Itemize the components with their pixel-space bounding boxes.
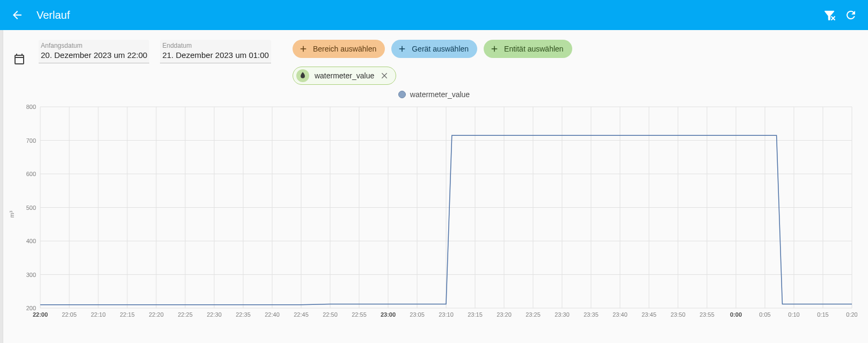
arrow-left-icon: [11, 9, 24, 21]
svg-text:300: 300: [26, 272, 36, 278]
plus-icon: [489, 43, 500, 54]
choose-device-chip[interactable]: Gerät auswählen: [391, 40, 477, 58]
svg-text:22:10: 22:10: [91, 311, 106, 318]
choose-entity-label: Entität auswählen: [504, 45, 564, 53]
remove-entity-button[interactable]: [380, 70, 390, 81]
chart-container: m³ 20030040050060070080022:0022:0522:102…: [11, 104, 857, 324]
start-date-field[interactable]: Anfangsdatum 20. Dezember 2023 um 22:00: [39, 40, 149, 63]
filter-remove-icon: [823, 9, 836, 21]
svg-text:23:10: 23:10: [439, 311, 454, 318]
svg-text:0:15: 0:15: [817, 311, 828, 318]
svg-text:22:15: 22:15: [120, 311, 135, 318]
svg-text:23:35: 23:35: [583, 311, 599, 318]
start-date-label: Anfangsdatum: [41, 42, 147, 49]
end-date-field[interactable]: Enddatum 21. Dezember 2023 um 01:00: [160, 40, 271, 63]
choose-area-label: Bereich auswählen: [313, 45, 376, 53]
svg-text:22:20: 22:20: [149, 311, 164, 318]
refresh-icon: [844, 9, 857, 21]
legend-swatch: [398, 91, 406, 98]
plus-icon: [397, 43, 407, 54]
selected-entity-name: watermeter_value: [315, 71, 374, 80]
svg-text:22:25: 22:25: [178, 311, 193, 318]
calendar-button[interactable]: [11, 50, 28, 68]
close-icon: [381, 71, 389, 80]
selected-entity-chip[interactable]: watermeter_value: [293, 67, 396, 85]
svg-text:200: 200: [26, 305, 36, 311]
refresh-button[interactable]: [840, 4, 862, 26]
calendar-icon: [13, 53, 26, 65]
filter-row: Anfangsdatum 20. Dezember 2023 um 22:00 …: [0, 30, 868, 85]
history-chart[interactable]: 20030040050060070080022:0022:0522:1022:1…: [11, 104, 857, 324]
svg-text:22:00: 22:00: [33, 311, 48, 318]
svg-text:700: 700: [26, 137, 36, 144]
plus-icon: [298, 43, 309, 54]
svg-text:22:35: 22:35: [236, 311, 251, 318]
svg-text:23:00: 23:00: [381, 311, 396, 318]
svg-text:0:10: 0:10: [788, 311, 799, 318]
svg-text:600: 600: [26, 171, 36, 177]
svg-text:23:50: 23:50: [670, 311, 685, 318]
svg-text:22:50: 22:50: [323, 311, 338, 318]
svg-text:22:05: 22:05: [62, 311, 77, 318]
svg-text:22:40: 22:40: [265, 311, 280, 318]
filter-remove-button[interactable]: [819, 4, 840, 26]
end-date-label: Enddatum: [162, 42, 268, 49]
svg-text:23:05: 23:05: [410, 311, 425, 318]
start-date-value: 20. Dezember 2023 um 22:00: [41, 50, 147, 60]
legend-label: watermeter_value: [410, 90, 470, 99]
chart-legend: watermeter_value: [0, 90, 868, 99]
end-date-value: 21. Dezember 2023 um 01:00: [162, 50, 268, 60]
svg-text:0:00: 0:00: [730, 311, 742, 318]
svg-text:500: 500: [26, 205, 36, 211]
choose-device-label: Gerät auswählen: [412, 45, 469, 53]
svg-text:23:40: 23:40: [612, 311, 628, 318]
svg-text:22:45: 22:45: [294, 311, 309, 318]
svg-text:0:20: 0:20: [846, 311, 857, 318]
back-button[interactable]: [6, 4, 28, 26]
svg-text:23:30: 23:30: [555, 311, 570, 318]
choose-entity-chip[interactable]: Entität auswählen: [484, 40, 572, 58]
svg-text:800: 800: [26, 104, 36, 110]
svg-text:23:55: 23:55: [699, 311, 714, 318]
chart-y-axis-label: m³: [9, 211, 15, 218]
app-header: Verlauf: [0, 0, 868, 30]
svg-text:22:30: 22:30: [207, 311, 222, 318]
svg-text:23:25: 23:25: [526, 311, 541, 318]
water-drop-icon: [296, 69, 309, 82]
svg-text:23:15: 23:15: [468, 311, 483, 318]
svg-text:0:05: 0:05: [759, 311, 770, 318]
svg-text:23:20: 23:20: [497, 311, 512, 318]
choose-area-chip[interactable]: Bereich auswählen: [293, 40, 385, 58]
sidebar-stub: [0, 30, 3, 343]
svg-text:23:45: 23:45: [641, 311, 657, 318]
page-title: Verlauf: [37, 9, 70, 21]
svg-text:22:55: 22:55: [352, 311, 367, 318]
svg-text:400: 400: [26, 238, 36, 244]
